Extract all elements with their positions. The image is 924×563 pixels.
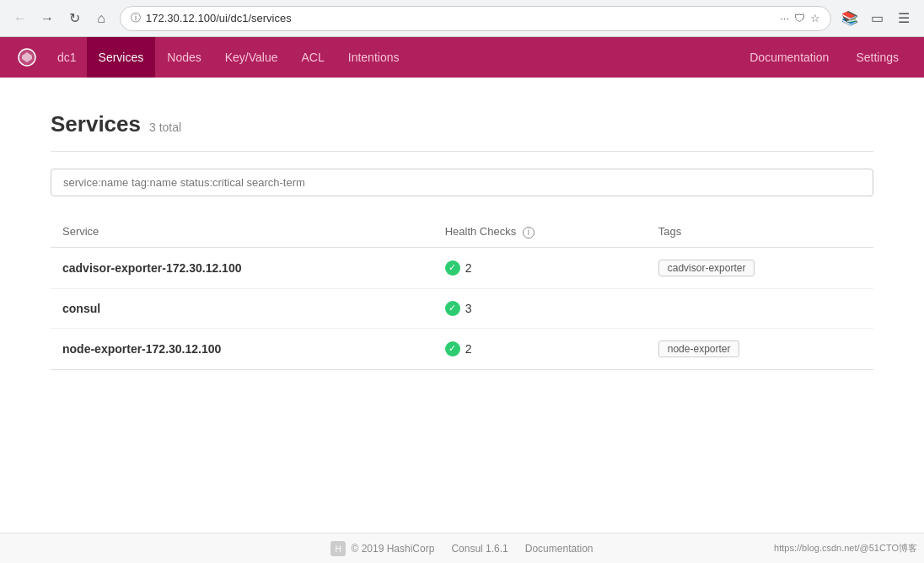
health-passing-icon: ✓ [445, 301, 460, 316]
star-icon[interactable]: ☆ [810, 12, 820, 24]
url-text: 172.30.12.100/ui/dc1/services [146, 12, 775, 24]
services-table-body: cadvisor-exporter-172.30.12.100✓2cadviso… [51, 247, 873, 369]
main-content: Services 3 total Service Health Checks i… [0, 78, 924, 404]
service-name: node-exporter-172.30.12.100 [62, 342, 221, 356]
health-passing-icon: ✓ [445, 260, 460, 276]
page-subtitle: 3 total [149, 121, 181, 134]
table-row[interactable]: node-exporter-172.30.12.100✓2node-export… [51, 328, 873, 369]
menu-button[interactable]: ☰ [892, 7, 916, 30]
nav-settings[interactable]: Settings [844, 37, 911, 78]
navbar-right: Documentation Settings [738, 37, 911, 78]
reload-button[interactable]: ↻ [62, 7, 86, 30]
health-count: 2 [465, 342, 472, 356]
nav-intentions[interactable]: Intentions [336, 37, 411, 78]
tags-cell: cadvisor-exporter [647, 247, 873, 288]
tags-cell: node-exporter [647, 328, 873, 369]
col-service: Service [51, 217, 433, 247]
page-title-row: Services 3 total [51, 111, 873, 152]
nav-documentation[interactable]: Documentation [738, 37, 841, 78]
tag-badge: cadvisor-exporter [658, 260, 755, 276]
services-table: Service Health Checks i Tags cadvisor-ex… [51, 217, 873, 370]
dc-label[interactable]: dc1 [51, 37, 83, 78]
info-icon: i [523, 227, 535, 239]
app-navbar: dc1 Services Nodes Key/Value ACL Intenti… [0, 37, 924, 78]
more-icon[interactable]: ··· [780, 12, 789, 24]
health-check-cell: ✓2 [433, 328, 647, 369]
tags-cell [647, 288, 873, 328]
col-tags: Tags [647, 217, 873, 247]
library-button[interactable]: 📚 [838, 7, 862, 30]
health-passing-icon: ✓ [445, 341, 460, 357]
security-icon: ⓘ [131, 11, 141, 25]
navbar-links: Services Nodes Key/Value ACL Intentions [87, 37, 739, 78]
health-count: 3 [465, 302, 472, 315]
table-row[interactable]: consul✓3 [51, 288, 873, 328]
table-header: Service Health Checks i Tags [51, 217, 873, 247]
consul-logo [13, 44, 40, 71]
search-container [51, 169, 873, 196]
browser-right-icons: 📚 ▭ ☰ [838, 7, 916, 30]
page-title: Services [51, 111, 141, 137]
col-health-checks: Health Checks i [433, 217, 647, 247]
address-bar[interactable]: ⓘ 172.30.12.100/ui/dc1/services ··· 🛡 ☆ [120, 6, 831, 31]
health-check-cell: ✓3 [433, 288, 647, 328]
shield-icon: 🛡 [794, 12, 805, 24]
nav-services[interactable]: Services [87, 37, 156, 78]
nav-acl[interactable]: ACL [290, 37, 336, 78]
tag-badge: node-exporter [658, 340, 740, 357]
health-count: 2 [465, 261, 472, 275]
service-name: cadvisor-exporter-172.30.12.100 [62, 261, 241, 275]
health-check: ✓3 [445, 301, 635, 316]
health-check: ✓2 [445, 341, 635, 357]
table-header-row: Service Health Checks i Tags [51, 217, 873, 247]
health-check: ✓2 [445, 260, 635, 276]
back-button[interactable]: ← [8, 7, 32, 30]
browser-nav-buttons: ← → ↻ ⌂ [8, 7, 113, 30]
health-check-cell: ✓2 [433, 247, 647, 288]
service-name-cell: cadvisor-exporter-172.30.12.100 [51, 247, 433, 288]
address-bar-actions: ··· 🛡 ☆ [780, 12, 820, 24]
browser-chrome: ← → ↻ ⌂ ⓘ 172.30.12.100/ui/dc1/services … [0, 0, 924, 37]
search-input[interactable] [51, 169, 873, 196]
table-row[interactable]: cadvisor-exporter-172.30.12.100✓2cadviso… [51, 247, 873, 288]
nav-keyvalue[interactable]: Key/Value [213, 37, 290, 78]
forward-button[interactable]: → [35, 7, 59, 30]
service-name-cell: node-exporter-172.30.12.100 [51, 328, 433, 369]
nav-nodes[interactable]: Nodes [155, 37, 212, 78]
service-name-cell: consul [51, 288, 433, 328]
home-button[interactable]: ⌂ [89, 7, 113, 30]
sidebar-button[interactable]: ▭ [865, 7, 889, 30]
service-name: consul [62, 302, 100, 315]
